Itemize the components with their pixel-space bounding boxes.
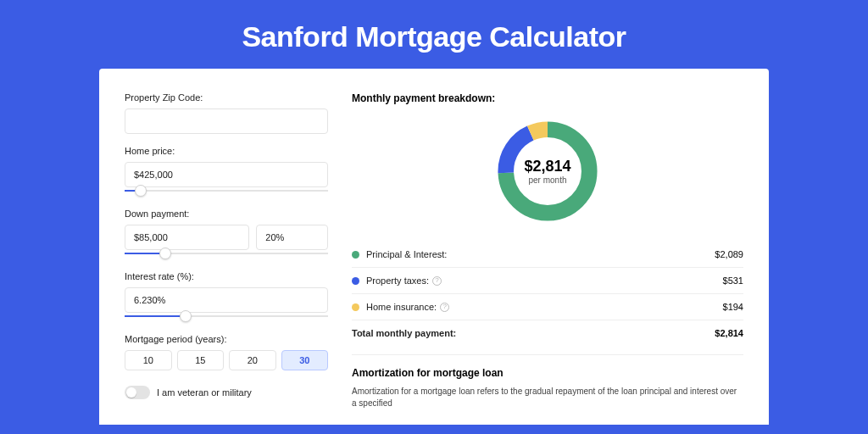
down-pct-input[interactable] — [256, 225, 328, 250]
payment-donut-chart: $2,814 per month — [492, 116, 603, 226]
info-icon[interactable]: ? — [440, 303, 449, 312]
breakdown-title: Monthly payment breakdown: — [352, 92, 743, 104]
period-option-15[interactable]: 15 — [177, 350, 225, 370]
rate-field: Interest rate (%): — [125, 271, 328, 322]
info-icon[interactable]: ? — [432, 276, 442, 286]
down-amount-input[interactable] — [125, 225, 249, 250]
zip-input[interactable] — [125, 108, 328, 134]
period-option-20[interactable]: 20 — [229, 350, 276, 370]
breakdown-panel: Monthly payment breakdown: $2,814 per mo… — [352, 92, 743, 425]
total-value: $2,814 — [715, 328, 743, 338]
price-input[interactable] — [125, 162, 328, 187]
total-row: Total monthly payment: $2,814 — [352, 320, 743, 346]
period-option-10[interactable]: 10 — [125, 350, 172, 370]
legend-label: Principal & Interest: — [366, 249, 715, 259]
legend-value: $531 — [723, 275, 743, 286]
legend-dot — [352, 277, 359, 285]
legend-value: $2,089 — [715, 249, 743, 259]
period-options: 10152030 — [125, 350, 328, 370]
rate-label: Interest rate (%): — [125, 271, 328, 281]
legend-dot — [352, 251, 359, 259]
price-field: Home price: — [125, 146, 328, 197]
zip-field: Property Zip Code: — [125, 92, 328, 134]
calculator-card: Property Zip Code: Home price: Down paym… — [99, 69, 769, 425]
veteran-label: I am veteran or military — [157, 387, 252, 398]
donut-amount: $2,814 — [524, 158, 570, 175]
rate-slider[interactable] — [125, 312, 328, 322]
breakdown-legend: Principal & Interest:$2,089Property taxe… — [352, 242, 743, 320]
rate-input[interactable] — [125, 287, 328, 313]
legend-row: Property taxes:?$531 — [352, 268, 743, 294]
page-title: Sanford Mortgage Calculator — [0, 0, 868, 69]
period-label: Mortgage period (years): — [125, 334, 328, 344]
amortization-title: Amortization for mortgage loan — [352, 367, 743, 379]
legend-dot — [352, 303, 359, 311]
period-field: Mortgage period (years): 10152030 — [125, 334, 328, 370]
price-slider[interactable] — [125, 186, 328, 197]
legend-row: Principal & Interest:$2,089 — [352, 242, 743, 268]
zip-label: Property Zip Code: — [125, 92, 328, 103]
legend-value: $194 — [723, 302, 743, 312]
down-label: Down payment: — [125, 209, 328, 219]
veteran-toggle[interactable] — [125, 386, 150, 399]
input-form: Property Zip Code: Home price: Down paym… — [125, 92, 328, 425]
donut-sub: per month — [528, 175, 566, 185]
amortization-text: Amortization for a mortgage loan refers … — [352, 386, 743, 409]
veteran-row: I am veteran or military — [125, 386, 328, 399]
amortization-section: Amortization for mortgage loan Amortizat… — [352, 354, 743, 409]
total-label: Total monthly payment: — [352, 328, 715, 338]
legend-label: Property taxes:? — [366, 275, 723, 286]
price-label: Home price: — [125, 146, 328, 156]
legend-label: Home insurance:? — [366, 302, 723, 312]
period-option-30[interactable]: 30 — [281, 350, 329, 370]
down-slider[interactable] — [125, 249, 328, 259]
legend-row: Home insurance:?$194 — [352, 294, 743, 320]
down-field: Down payment: — [125, 209, 328, 259]
